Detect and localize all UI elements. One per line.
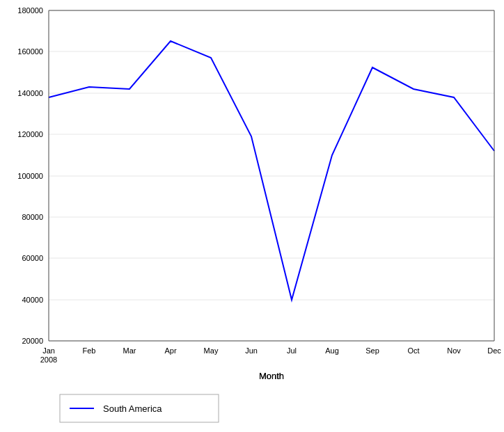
x-label-text: Month — [259, 371, 284, 381]
x-tick-may: May — [204, 346, 219, 355]
x-tick-2008: 2008 — [40, 355, 57, 364]
x-tick-dec: Dec — [487, 346, 501, 355]
y-tick-20000: 20000 — [22, 337, 43, 345]
x-tick-jan: Jan — [42, 346, 55, 355]
y-tick-140000: 140000 — [17, 89, 43, 97]
y-tick-160000: 160000 — [17, 47, 43, 56]
x-tick-jul: Jul — [287, 346, 297, 355]
x-tick-aug: Aug — [325, 346, 339, 355]
y-tick-60000: 60000 — [22, 254, 43, 262]
y-tick-100000: 100000 — [17, 172, 43, 180]
legend-label: South America — [103, 403, 162, 414]
x-tick-nov: Nov — [447, 346, 461, 355]
chart-container: 20000 40000 60000 80000 100000 120000 14… — [0, 0, 504, 432]
y-tick-40000: 40000 — [22, 296, 43, 304]
x-tick-oct: Oct — [407, 346, 419, 355]
x-tick-apr: Apr — [164, 346, 176, 355]
x-tick-mar: Mar — [123, 346, 136, 355]
y-tick-80000: 80000 — [22, 213, 43, 221]
y-tick-180000: 180000 — [17, 6, 43, 15]
y-tick-120000: 120000 — [17, 130, 43, 138]
x-tick-sep: Sep — [365, 346, 379, 355]
x-tick-feb: Feb — [83, 346, 96, 355]
svg-rect-0 — [49, 10, 494, 341]
x-tick-jun: Jun — [245, 346, 258, 355]
